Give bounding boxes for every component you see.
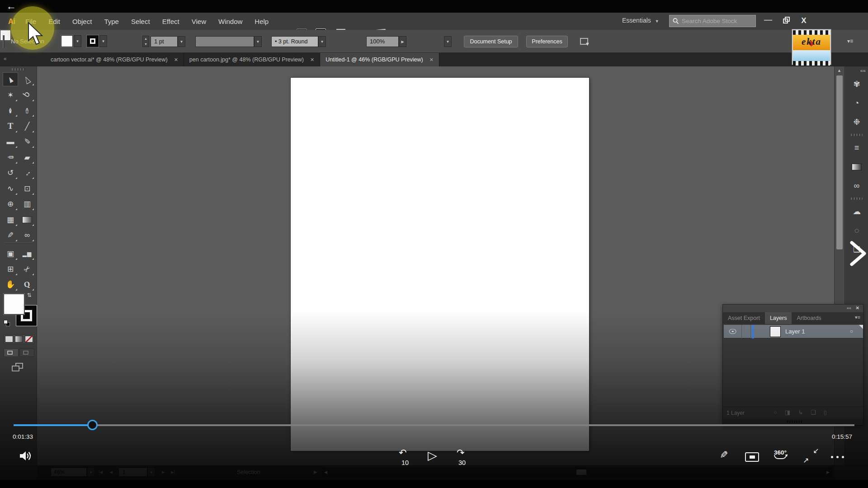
layers-tab-asset-export[interactable]: Asset Export bbox=[723, 312, 765, 324]
tool-mesh[interactable]: ▦ bbox=[3, 213, 18, 227]
restore-button[interactable] bbox=[778, 14, 793, 28]
layer-visibility-icon[interactable]: ☉ bbox=[724, 325, 742, 338]
tool-free-transform[interactable]: ⊡ bbox=[19, 182, 35, 196]
new-layer-icon[interactable]: ❏ bbox=[811, 409, 816, 416]
layer-lock-cell[interactable] bbox=[742, 325, 751, 338]
volume-icon[interactable] bbox=[19, 450, 33, 462]
document-tab-2[interactable]: pen cartoon.jpg* @ 48% (RGB/GPU Preview)… bbox=[184, 53, 320, 66]
tool-lasso[interactable]: ρ bbox=[19, 88, 35, 102]
control-bar-grip[interactable] bbox=[3, 35, 5, 48]
style-swatch[interactable] bbox=[0, 30, 11, 41]
layer-thumbnail[interactable] bbox=[770, 326, 781, 337]
menu-object[interactable]: Object bbox=[72, 18, 92, 25]
menu-effect[interactable]: Effect bbox=[162, 18, 179, 25]
360-view-icon[interactable]: 360° bbox=[771, 449, 789, 459]
draw-normal-button[interactable] bbox=[4, 348, 19, 357]
scroll-left-arrow[interactable]: ◀ bbox=[324, 470, 327, 474]
tab-close-icon[interactable]: ✕ bbox=[429, 57, 434, 63]
tool-width[interactable]: ∿ bbox=[3, 182, 18, 196]
tool-gradient[interactable] bbox=[19, 213, 35, 227]
control-panel-menu-icon[interactable]: ▾≡ bbox=[847, 38, 853, 44]
dock-collapse-icon[interactable]: «« bbox=[860, 68, 866, 73]
artboard-number-field[interactable]: 1 bbox=[118, 468, 147, 477]
layers-panel-menu-icon[interactable]: ▾≡ bbox=[855, 314, 860, 320]
menu-edit[interactable]: Edit bbox=[48, 18, 60, 25]
play-button[interactable]: ▷ bbox=[428, 448, 437, 463]
opacity-expand[interactable]: ▶ bbox=[399, 36, 406, 47]
opacity-field[interactable]: 100% bbox=[366, 36, 399, 47]
tools-panel-grip[interactable] bbox=[12, 68, 25, 70]
artboard-dropdown[interactable]: ▼ bbox=[147, 468, 156, 477]
tool-shape-builder[interactable]: ⊕ bbox=[3, 197, 18, 211]
draw-behind-button[interactable] bbox=[19, 348, 34, 357]
tool-paintbrush[interactable]: ✐ bbox=[19, 135, 35, 149]
zoom-level-dropdown[interactable]: ▼ bbox=[87, 468, 95, 477]
document-tab-3[interactable]: Untitled-1 @ 46% (RGB/GPU Preview)✕ bbox=[320, 53, 439, 66]
tab-close-icon[interactable]: ✕ bbox=[174, 57, 178, 63]
tab-bar-collapse-icon[interactable]: « bbox=[4, 56, 7, 62]
horizontal-scroll-thumb[interactable] bbox=[576, 469, 586, 475]
properties-icon[interactable]: ≡ bbox=[845, 138, 868, 157]
search-input[interactable] bbox=[682, 18, 750, 24]
color-panel-icon[interactable]: ✾ bbox=[845, 75, 868, 94]
menu-type[interactable]: Type bbox=[104, 18, 119, 25]
default-fill-stroke-icon[interactable] bbox=[4, 320, 11, 327]
layers-panel-scrollbar[interactable] bbox=[723, 419, 863, 424]
document-tab-1[interactable]: cartoon vector.ai* @ 48% (RGB/GPU Previe… bbox=[45, 53, 184, 66]
isolate-selection-icon[interactable]: ▼ bbox=[580, 38, 588, 45]
delete-layer-icon[interactable]: ▯ bbox=[824, 409, 827, 416]
cc-libraries-icon[interactable]: ☁ bbox=[845, 202, 868, 221]
back-arrow-icon[interactable]: ← bbox=[6, 0, 16, 12]
canvas[interactable] bbox=[37, 66, 834, 465]
tool-slice[interactable]: ✂ bbox=[19, 262, 35, 276]
swap-fill-stroke-icon[interactable]: ⇄ bbox=[26, 293, 33, 297]
video-progress-played[interactable] bbox=[14, 424, 90, 426]
previous-artboard-icon[interactable]: ◀ bbox=[109, 470, 113, 474]
video-progress-track[interactable] bbox=[90, 424, 854, 426]
layers-tab-artboards[interactable]: Artboards bbox=[792, 312, 826, 324]
search-box[interactable] bbox=[669, 15, 756, 27]
brush-definition-dropdown[interactable]: ▼ bbox=[318, 36, 326, 47]
tool-magic-wand[interactable]: ✶ bbox=[3, 88, 18, 102]
layers-tab-layers[interactable]: Layers bbox=[765, 312, 792, 324]
stroke-color-swatch[interactable] bbox=[87, 35, 99, 47]
change-screen-mode-icon[interactable] bbox=[12, 363, 24, 373]
transparency-icon[interactable]: ∞ bbox=[845, 176, 868, 195]
menu-window[interactable]: Window bbox=[218, 18, 242, 25]
more-options-icon[interactable] bbox=[831, 455, 849, 459]
color-mode-button[interactable] bbox=[5, 336, 13, 343]
zoom-level-field[interactable]: 46% bbox=[51, 468, 87, 477]
tool-selection[interactable]: ▲ bbox=[3, 72, 18, 86]
minimize-button[interactable]: — bbox=[760, 14, 776, 28]
stroke-weight-stepper[interactable]: ▲▼ bbox=[142, 36, 149, 47]
shrink-player-icon[interactable]: ↙↗ bbox=[804, 449, 818, 463]
tool-eyedropper[interactable]: ✎ bbox=[3, 228, 18, 242]
vertical-scroll-thumb[interactable] bbox=[836, 75, 843, 249]
tool-blend[interactable]: ∞ bbox=[19, 228, 35, 242]
tool-rectangle[interactable]: ▬ bbox=[3, 135, 18, 149]
tool-eraser[interactable]: ▰ bbox=[19, 150, 35, 164]
brush-definition-field[interactable]: • 3 pt. Round bbox=[271, 36, 318, 47]
scroll-right-arrow[interactable]: ▶ bbox=[826, 470, 830, 474]
video-progress-knob[interactable] bbox=[87, 420, 98, 430]
layer-target-icon[interactable]: ○ bbox=[850, 328, 853, 334]
artboard[interactable] bbox=[290, 77, 590, 451]
locate-object-icon[interactable]: ○ bbox=[774, 409, 777, 416]
next-artboard-icon[interactable]: ▶ bbox=[162, 470, 165, 474]
tool-scale[interactable]: ↔ bbox=[19, 166, 35, 180]
status-flyout-icon[interactable]: ▶ bbox=[314, 469, 317, 474]
tool-curvature[interactable]: ✑ bbox=[19, 103, 35, 117]
tool-line-segment[interactable]: ╱ bbox=[19, 119, 35, 133]
skip-back-10-button[interactable]: ↶ 10 bbox=[394, 449, 416, 466]
panel-collapse-icon[interactable]: «« bbox=[847, 306, 851, 310]
preferences-button[interactable]: Preferences bbox=[526, 36, 568, 47]
fill-swatch-large[interactable] bbox=[4, 294, 24, 314]
skip-forward-30-button[interactable]: ↷ 30 bbox=[451, 449, 473, 466]
tool-perspective-grid[interactable]: ▥ bbox=[19, 197, 35, 211]
document-setup-button[interactable]: Document Setup bbox=[464, 36, 518, 47]
style-dropdown[interactable]: ▼ bbox=[444, 36, 452, 47]
fill-color-dropdown[interactable]: ▼ bbox=[74, 35, 81, 47]
menu-help[interactable]: Help bbox=[255, 18, 269, 25]
first-artboard-icon[interactable]: |◀ bbox=[99, 470, 103, 474]
stroke-weight-field[interactable]: 1 pt bbox=[151, 36, 178, 47]
